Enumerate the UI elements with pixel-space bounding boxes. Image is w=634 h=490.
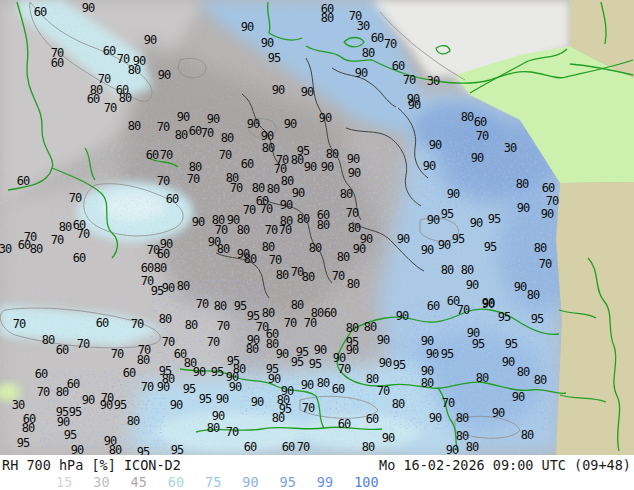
rh-map-canvas[interactable]: 6090907060607090809070806060807090708080… bbox=[0, 0, 634, 455]
rh-value-label: 80 bbox=[30, 242, 43, 256]
rh-value-label: 90 bbox=[397, 232, 410, 246]
rh-value-label: 90 bbox=[517, 201, 530, 215]
rh-value-label: 70 bbox=[243, 203, 256, 217]
rh-value-label: 90 bbox=[502, 355, 515, 369]
rh-value-label: 90 bbox=[247, 117, 260, 131]
rh-value-label: 80 bbox=[317, 218, 330, 232]
rh-value-label: 90 bbox=[57, 415, 70, 429]
rh-value-label: 90 bbox=[304, 160, 317, 174]
rh-value-label: 90 bbox=[423, 159, 436, 173]
rh-value-label: 80 bbox=[137, 353, 150, 367]
rh-value-label: 95 bbox=[64, 428, 77, 442]
rh-value-label: 80 bbox=[364, 320, 377, 334]
rh-value-label: 80 bbox=[527, 288, 540, 302]
rh-value-label: 80 bbox=[42, 333, 55, 347]
rh-value-label: 80 bbox=[185, 318, 198, 332]
rh-value-label: 95 bbox=[309, 357, 322, 371]
rh-value-label: 80 bbox=[456, 411, 469, 425]
rh-value-label: 80 bbox=[267, 182, 280, 196]
rh-value-label: 70 bbox=[297, 440, 310, 454]
rh-value-label: 80 bbox=[59, 220, 72, 234]
rh-value-label: 95 bbox=[17, 436, 30, 450]
weather-map-app: 6090907060607090809070806060807090708080… bbox=[0, 0, 634, 490]
rh-value-label: 30 bbox=[357, 19, 370, 33]
rh-value-label: 70 bbox=[403, 73, 416, 87]
rh-value-label: 95 bbox=[211, 365, 224, 379]
rh-value-label: 90 bbox=[207, 112, 220, 126]
rh-value-label: 90 bbox=[353, 242, 366, 256]
rh-value-label: 60 bbox=[392, 59, 405, 73]
rh-value-label: 90 bbox=[241, 20, 254, 34]
rh-value-label: 90 bbox=[470, 216, 483, 230]
rh-value-label: 80 bbox=[347, 277, 360, 291]
rh-value-label: 90 bbox=[438, 238, 451, 252]
rh-value-label: 70 bbox=[284, 316, 297, 330]
rh-value-label: 80 bbox=[340, 187, 353, 201]
status-bar: RH 700 hPa [%] ICON-D2 Mo 16-02-2026 09:… bbox=[0, 455, 634, 490]
rh-value-label: 70 bbox=[111, 347, 124, 361]
legend-value-99: 99 bbox=[317, 474, 333, 490]
rh-value-label: 60 bbox=[427, 299, 440, 313]
rh-value-label: 60 bbox=[474, 115, 487, 129]
rh-value-label: 80 bbox=[461, 110, 474, 124]
rh-value-label: 90 bbox=[512, 390, 525, 404]
rh-value-label: 70 bbox=[279, 223, 292, 237]
rh-value-label: 70 bbox=[207, 335, 220, 349]
outside-land-tan-strip bbox=[556, 182, 634, 455]
rh-value-label: 80 bbox=[252, 181, 265, 195]
rh-value-label: 90 bbox=[379, 356, 392, 370]
rh-value-label: 90 bbox=[427, 213, 440, 227]
rh-value-label: 80 bbox=[421, 376, 434, 390]
rh-value-label: 60 bbox=[542, 181, 555, 195]
rh-value-label: 70 bbox=[226, 425, 239, 439]
rh-value-label: 90 bbox=[347, 152, 360, 166]
rh-value-label: 70 bbox=[196, 297, 209, 311]
rh-value-label: 70 bbox=[51, 233, 64, 247]
rh-value-label: 80 bbox=[466, 440, 479, 454]
rh-value-label: 90 bbox=[314, 343, 327, 357]
rh-value-label: 60 bbox=[166, 192, 179, 206]
rh-value-label: 80 bbox=[276, 268, 289, 282]
rh-value-label: 90 bbox=[348, 166, 361, 180]
rh-value-label: 80 bbox=[128, 63, 141, 77]
rh-value-label: 95 bbox=[441, 347, 454, 361]
rh-value-label: 60 bbox=[157, 247, 170, 261]
rh-value-label: 70 bbox=[476, 129, 489, 143]
rh-value-label: 80 bbox=[476, 371, 489, 385]
legend-value-30: 30 bbox=[93, 474, 109, 490]
rh-value-label: 60 bbox=[96, 316, 109, 330]
rh-value-label: 70 bbox=[217, 319, 230, 333]
rh-value-label: 70 bbox=[457, 303, 470, 317]
rh-value-label: 60 bbox=[87, 92, 100, 106]
rh-value-label: 80 bbox=[302, 270, 315, 284]
rh-value-label: 90 bbox=[421, 334, 434, 348]
rh-value-label: 60 bbox=[73, 251, 86, 265]
rh-value-label: 95 bbox=[199, 392, 212, 406]
rh-value-label: 90 bbox=[144, 33, 157, 47]
rh-value-label: 90 bbox=[71, 443, 84, 455]
rh-value-label: 30 bbox=[427, 74, 440, 88]
rh-value-label: 90 bbox=[301, 378, 314, 392]
rh-value-label: 90 bbox=[272, 83, 285, 97]
rh-value-label: 80 bbox=[221, 131, 234, 145]
rh-value-label: 70 bbox=[37, 385, 50, 399]
rh-value-label: 90 bbox=[421, 243, 434, 257]
rh-value-label: 80 bbox=[237, 223, 250, 237]
rh-value-label: 80 bbox=[56, 385, 69, 399]
rh-value-label: 80 bbox=[159, 312, 172, 326]
rh-value-label: 80 bbox=[262, 240, 275, 254]
rh-value-label: 90 bbox=[321, 160, 334, 174]
rh-value-label: 90 bbox=[268, 372, 281, 386]
rh-value-label: 90 bbox=[280, 198, 293, 212]
rh-value-label: 90 bbox=[157, 380, 170, 394]
rh-value-label: 70 bbox=[131, 317, 144, 331]
rh-value-label: 80 bbox=[214, 299, 227, 313]
rh-value-label: 90 bbox=[346, 343, 359, 357]
color-scale-legend: 1530456075909599100 bbox=[56, 474, 400, 488]
legend-value-90: 90 bbox=[242, 474, 258, 490]
rh-value-label: 90 bbox=[100, 398, 113, 412]
rh-value-label: 90 bbox=[261, 36, 274, 50]
rh-value-label: 90 bbox=[447, 187, 460, 201]
rh-value-label: 90 bbox=[319, 111, 332, 125]
rh-value-label: 95 bbox=[505, 337, 518, 351]
